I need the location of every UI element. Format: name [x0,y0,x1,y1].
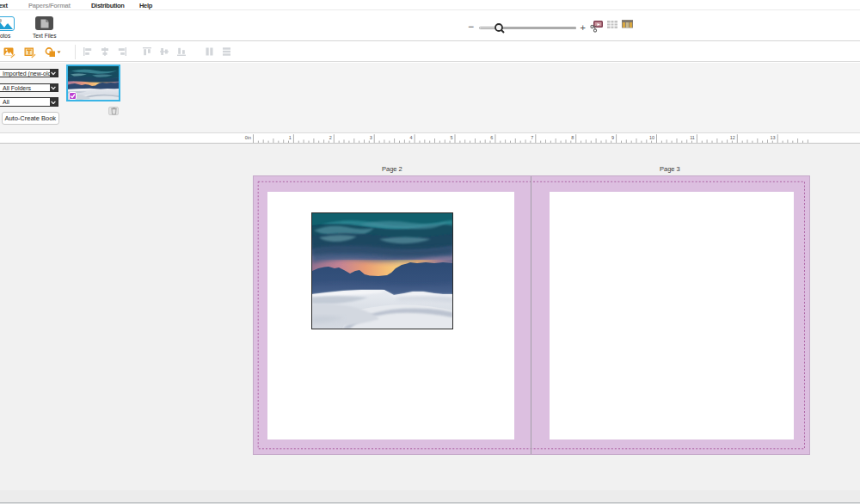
svg-text:12: 12 [730,135,735,140]
svg-text:0in: 0in [245,135,251,140]
svg-text:9: 9 [611,135,614,140]
svg-text:6: 6 [490,135,493,140]
svg-text:1: 1 [289,135,292,140]
svg-text:10: 10 [649,135,654,140]
svg-text:5: 5 [450,135,452,140]
svg-text:7: 7 [531,135,533,140]
svg-text:3: 3 [370,135,372,140]
svg-text:2: 2 [329,135,332,140]
svg-text:11: 11 [690,135,695,140]
svg-text:13: 13 [771,135,776,140]
svg-text:8: 8 [571,135,574,140]
svg-text:4: 4 [410,135,413,140]
